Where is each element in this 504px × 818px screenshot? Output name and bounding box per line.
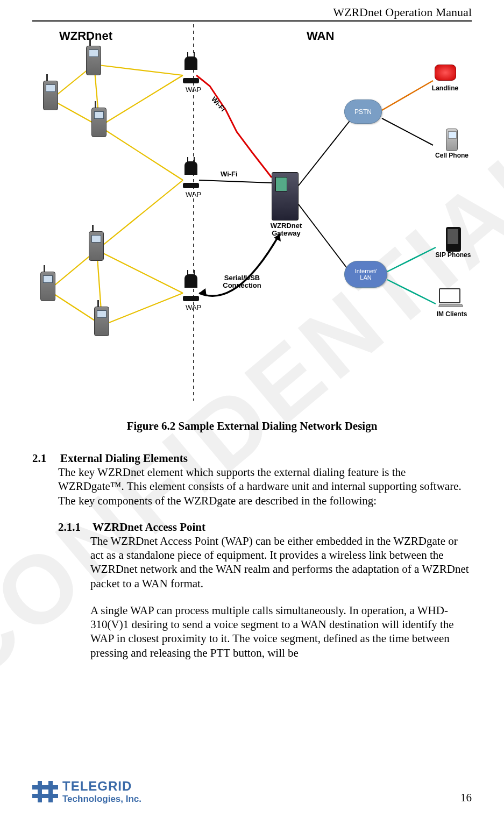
svg-line-17 <box>299 204 350 272</box>
figure-caption: Figure 6.2 Sample External Dialing Netwo… <box>32 419 472 433</box>
svg-line-13 <box>199 180 272 183</box>
wap-label: WAP <box>186 86 201 94</box>
svg-line-16 <box>299 121 350 186</box>
subsection-p1: The WZRDnet Access Point (WAP) can be ei… <box>90 534 472 591</box>
section-title: External Dialing Elements <box>60 452 188 465</box>
imclient-icon <box>438 288 465 309</box>
handset-icon <box>86 46 105 83</box>
section-number: 2.1 <box>32 452 58 465</box>
gateway-label: WZRDnet Gateway <box>265 222 308 238</box>
serial-label: Serial/USB Connection <box>218 274 266 290</box>
handset-icon <box>91 108 111 145</box>
pstn-cloud: PSTN <box>344 99 382 124</box>
section-body: The key WZRDnet element which supports t… <box>58 465 472 508</box>
svg-line-20 <box>387 247 436 272</box>
company-logo: TELEGRID Technologies, Inc. <box>32 779 141 805</box>
wap-label: WAP <box>186 191 201 198</box>
cellphone-icon <box>438 129 465 151</box>
svg-line-10 <box>97 180 183 250</box>
svg-line-19 <box>382 118 433 145</box>
company-name: TELEGRID <box>62 779 141 794</box>
company-subtitle: Technologies, Inc. <box>62 794 141 805</box>
subsection-number: 2.1.1 <box>58 521 90 534</box>
gateway-icon <box>272 172 299 220</box>
page-header: WZRDnet Operation Manual <box>32 0 472 22</box>
svg-line-5 <box>100 75 183 126</box>
svg-line-4 <box>94 65 183 75</box>
wap-icon <box>183 274 199 304</box>
wap-label: WAP <box>186 304 201 311</box>
wap-icon <box>183 161 199 191</box>
logo-mark-icon <box>32 781 58 802</box>
landline-label: Landline <box>430 84 460 92</box>
diagram-title-wzrdnet: WZRDnet <box>59 30 112 42</box>
landline-icon <box>432 62 459 83</box>
handset-icon <box>89 231 108 269</box>
svg-line-18 <box>382 81 433 110</box>
diagram-title-wan: WAN <box>307 30 334 42</box>
im-label: IM Clients <box>430 310 473 318</box>
wifi-label: Wi-Fi <box>221 170 238 178</box>
svg-line-6 <box>100 126 183 180</box>
subsection-p2: A single WAP can process multiple calls … <box>90 603 472 660</box>
network-diagram: WZRDnet WAN WAP WAP WAP Wi-Fi Wi-Fi Seri… <box>32 24 473 411</box>
subsection-title: WZRDnet Access Point <box>93 521 205 534</box>
sip-label: SIP Phones <box>430 251 476 259</box>
svg-line-21 <box>387 280 436 304</box>
handset-icon <box>40 272 60 309</box>
handset-icon <box>94 307 113 344</box>
svg-line-11 <box>97 250 183 293</box>
cellphone-label: Cell Phone <box>430 152 473 159</box>
wap-icon <box>183 56 199 86</box>
internet-cloud: Internet/ LAN <box>344 261 387 288</box>
handset-icon <box>43 81 62 118</box>
sipphone-icon <box>440 229 467 250</box>
svg-line-12 <box>102 293 183 325</box>
page-number: 16 <box>460 791 472 805</box>
